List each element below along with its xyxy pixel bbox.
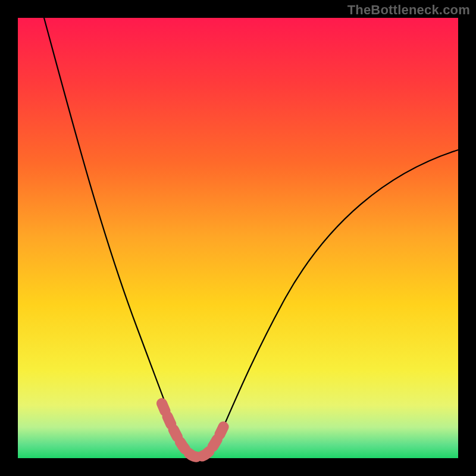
bottleneck-curve-path xyxy=(44,18,458,458)
highlight-band-path xyxy=(162,403,225,457)
outer-frame: TheBottleneck.com xyxy=(0,0,476,476)
watermark-text: TheBottleneck.com xyxy=(347,2,470,18)
chart-svg xyxy=(18,18,458,458)
